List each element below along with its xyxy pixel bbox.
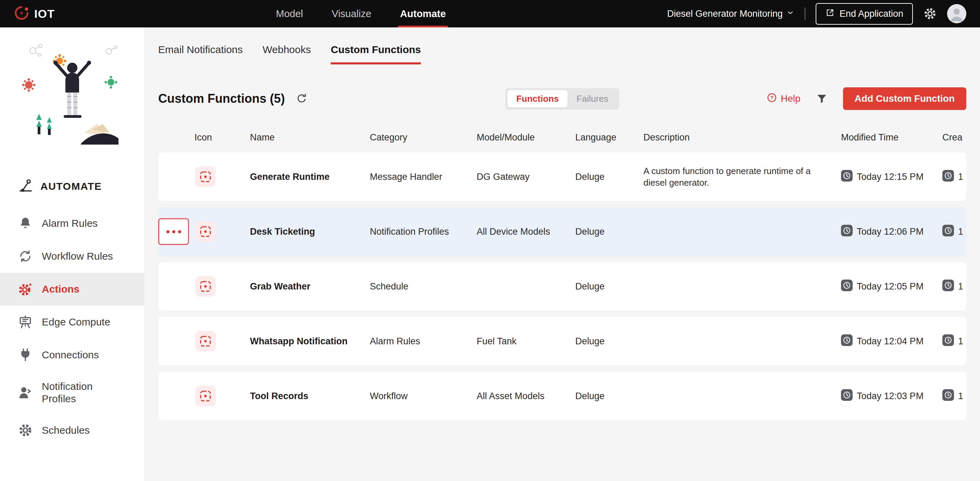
end-application-button[interactable]: End Application <box>816 3 913 25</box>
cell-modified-time: Today 12:05 PM <box>841 280 942 294</box>
cell-created-time: 1 <box>942 334 966 349</box>
chevron-down-icon <box>786 9 794 19</box>
nav-automate[interactable]: Automate <box>400 0 446 27</box>
svg-text:?: ? <box>770 94 773 100</box>
modified-time-text: Today 12:05 PM <box>857 281 923 292</box>
table-row[interactable]: Grab Weather Schedule Deluge Today 12:05… <box>158 262 966 311</box>
toggle-failures[interactable]: Failures <box>568 90 617 108</box>
cell-language: Deluge <box>575 391 643 401</box>
sidebar-item-schedules[interactable]: Schedules <box>0 414 144 447</box>
created-time-text: 1 <box>958 336 963 347</box>
cell-language: Deluge <box>575 281 643 292</box>
table-row[interactable]: Tool Records Workflow All Asset Models D… <box>158 372 966 420</box>
cell-model: Fuel Tank <box>477 336 575 347</box>
cell-category: Workflow <box>370 391 477 401</box>
custom-functions-table: Icon Name Category Model/Module Language… <box>158 132 966 420</box>
functions-failures-toggle: Functions Failures <box>506 88 619 110</box>
column-created-time-truncated: Crea <box>942 132 966 143</box>
row-actions-menu-button[interactable] <box>158 218 189 245</box>
help-link[interactable]: ? Help <box>766 92 800 105</box>
table-row[interactable]: Whatsapp Notification Alarm Rules Fuel T… <box>158 317 966 366</box>
topbar: IOT Model Visualize Automate Diesel Gene… <box>0 0 980 27</box>
easel-icon <box>18 314 33 330</box>
sidebar-item-notification-profiles[interactable]: Notification Profiles <box>0 371 144 414</box>
sidebar-illustration <box>0 41 144 154</box>
column-category: Category <box>370 132 477 143</box>
refresh-icon[interactable] <box>295 92 308 105</box>
cell-category: Alarm Rules <box>370 336 477 347</box>
bell-icon <box>18 216 33 231</box>
title-actions: ? Help Add Custom Function <box>766 88 966 110</box>
column-model-module: Model/Module <box>477 132 575 143</box>
end-application-label: End Application <box>840 9 903 19</box>
table-header-row: Icon Name Category Model/Module Language… <box>158 132 966 153</box>
dot <box>166 230 170 233</box>
sidebar-item-label: Workflow Rules <box>42 250 113 263</box>
clock-icon <box>942 280 954 294</box>
sidebar-item-label: Actions <box>42 283 80 295</box>
function-icon <box>194 330 250 352</box>
function-icon <box>194 221 250 242</box>
title-row: Custom Functions (5) Functions Failures … <box>158 86 966 111</box>
column-description: Description <box>643 132 841 143</box>
topbar-divider <box>805 8 805 20</box>
sidebar-item-label: Notification Profiles <box>42 380 127 405</box>
content-tabs: Email Notifications Webhooks Custom Func… <box>158 44 966 64</box>
table-row[interactable]: Generate Runtime Message Handler DG Gate… <box>158 153 966 201</box>
row-menu-slot <box>158 218 194 245</box>
cell-modified-time: Today 12:04 PM <box>841 334 942 349</box>
tab-custom-functions[interactable]: Custom Functions <box>331 44 421 64</box>
cell-name: Generate Runtime <box>250 172 370 182</box>
cell-category: Notification Profiles <box>370 226 477 237</box>
cell-created-time: 1 <box>942 280 966 294</box>
clock-icon <box>841 225 853 239</box>
sidebar-item-edge-compute[interactable]: Edge Compute <box>0 306 144 338</box>
clock-icon <box>942 389 954 403</box>
tab-email-notifications[interactable]: Email Notifications <box>158 44 243 64</box>
sidebar-item-label: Connections <box>42 349 99 361</box>
cell-language: Deluge <box>575 226 643 237</box>
clock-icon <box>942 225 954 239</box>
page-title: Custom Functions (5) <box>158 91 285 106</box>
workflow-icon <box>18 249 33 264</box>
function-icon <box>194 276 250 297</box>
filter-funnel-icon[interactable] <box>816 92 828 105</box>
sidebar-item-label: Alarm Rules <box>42 217 98 229</box>
cell-category: Message Handler <box>370 172 477 182</box>
iot-logo[interactable]: IOT <box>14 5 55 22</box>
add-custom-function-button[interactable]: Add Custom Function <box>843 88 966 110</box>
sidebar-section-label: AUTOMATE <box>40 180 102 192</box>
dot <box>178 230 181 233</box>
nav-visualize[interactable]: Visualize <box>332 0 372 27</box>
created-time-text: 1 <box>958 281 963 292</box>
sidebar-item-alarm-rules[interactable]: Alarm Rules <box>0 207 144 240</box>
clock-icon <box>942 334 954 349</box>
app-selector-dropdown[interactable]: Diesel Generator Monitoring <box>667 9 794 19</box>
cell-name: Grab Weather <box>250 281 370 292</box>
created-time-text: 1 <box>958 391 963 401</box>
cell-language: Deluge <box>575 172 643 182</box>
clock-icon <box>942 170 954 184</box>
column-modified-time: Modified Time <box>841 132 942 143</box>
tab-webhooks[interactable]: Webhooks <box>262 44 311 64</box>
nav-model[interactable]: Model <box>276 0 303 27</box>
iot-logo-icon <box>14 5 29 22</box>
settings-gear-icon[interactable] <box>923 7 937 21</box>
help-question-icon: ? <box>766 92 777 105</box>
clock-icon <box>841 280 853 294</box>
plug-icon <box>18 347 33 363</box>
top-nav: Model Visualize Automate <box>55 0 667 27</box>
gear-icon <box>18 423 33 438</box>
table-row-selected[interactable]: Desk Ticketing Notification Profiles All… <box>158 207 966 256</box>
cell-modified-time: Today 12:06 PM <box>841 225 942 239</box>
sidebar-item-workflow-rules[interactable]: Workflow Rules <box>0 240 144 273</box>
exit-app-icon <box>825 8 835 20</box>
sidebar-item-connections[interactable]: Connections <box>0 338 144 371</box>
main-content: Email Notifications Webhooks Custom Func… <box>145 27 980 481</box>
sidebar-item-actions[interactable]: Actions <box>0 273 144 306</box>
column-name: Name <box>250 132 370 143</box>
dot <box>172 230 175 233</box>
modified-time-text: Today 12:04 PM <box>857 336 923 347</box>
toggle-functions[interactable]: Functions <box>508 90 568 108</box>
user-avatar[interactable] <box>947 4 966 23</box>
